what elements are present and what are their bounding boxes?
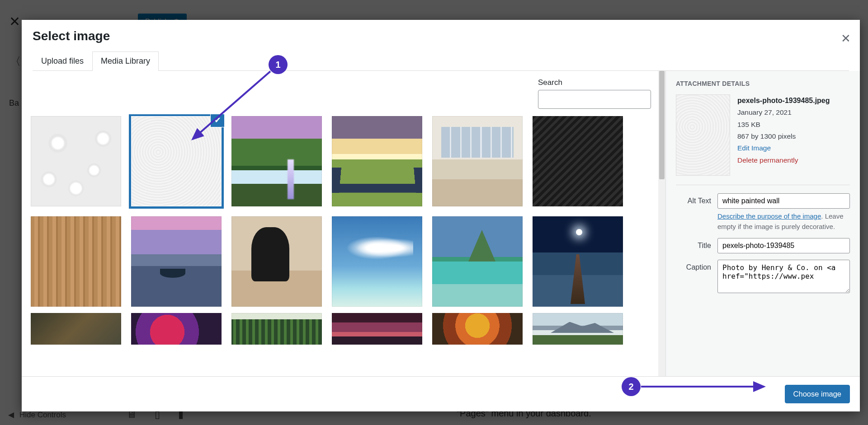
media-thumb[interactable] xyxy=(332,313,422,345)
divider xyxy=(676,185,850,185)
media-thumb-selected[interactable]: ✔ xyxy=(131,116,222,206)
attachment-date: January 27, 2021 xyxy=(737,107,830,118)
alt-help-link[interactable]: Describe the purpose of the image xyxy=(717,212,821,220)
choose-image-button[interactable]: Choose image xyxy=(785,385,850,403)
attachment-dimensions: 867 by 1300 pixels xyxy=(737,131,830,142)
sidebar-heading: ATTACHMENT DETAILS xyxy=(676,80,850,87)
media-thumb[interactable] xyxy=(332,216,422,307)
media-thumb[interactable] xyxy=(533,313,623,345)
scrollbar[interactable] xyxy=(658,71,665,376)
media-thumb[interactable] xyxy=(432,216,523,307)
search-input[interactable] xyxy=(538,90,651,109)
modal-footer: Choose image xyxy=(22,376,860,411)
modal-title: Select image xyxy=(33,29,849,43)
close-icon[interactable]: ✕ xyxy=(841,32,851,46)
tabs: Upload files Media Library xyxy=(33,51,849,71)
attachment-filename: pexels-photo-1939485.jpeg xyxy=(737,94,830,107)
modal-header: Select image ✕ Upload files Media Librar… xyxy=(22,20,860,71)
attachment-size: 135 KB xyxy=(737,119,830,131)
media-thumb[interactable] xyxy=(31,313,121,345)
alt-text-help: Describe the purpose of the image. Leave… xyxy=(717,211,850,232)
media-modal: Select image ✕ Upload files Media Librar… xyxy=(22,20,860,411)
edit-image-link[interactable]: Edit Image xyxy=(737,142,830,154)
title-label: Title xyxy=(676,238,711,250)
attachment-sidebar: ATTACHMENT DETAILS pexels-photo-1939485.… xyxy=(665,71,860,376)
tab-upload-files[interactable]: Upload files xyxy=(33,51,92,70)
media-thumb[interactable] xyxy=(131,313,222,345)
media-thumb[interactable] xyxy=(131,216,222,307)
check-icon: ✔ xyxy=(211,114,224,127)
media-thumb[interactable] xyxy=(31,216,121,307)
media-thumb[interactable] xyxy=(332,116,422,206)
alt-text-input[interactable] xyxy=(717,193,850,209)
media-thumb[interactable] xyxy=(231,313,322,345)
media-area: Search ✔ xyxy=(22,71,665,376)
attachment-preview xyxy=(676,94,730,176)
title-input[interactable] xyxy=(717,238,850,253)
media-thumb[interactable] xyxy=(231,216,322,307)
media-thumb[interactable] xyxy=(31,116,121,206)
media-thumb[interactable] xyxy=(533,216,623,307)
media-thumb[interactable] xyxy=(432,313,523,345)
alt-text-label: Alt Text xyxy=(676,193,711,205)
media-thumb[interactable] xyxy=(432,116,523,206)
tab-media-library[interactable]: Media Library xyxy=(92,51,159,71)
caption-label: Caption xyxy=(676,260,711,271)
media-grid: ✔ xyxy=(29,114,658,311)
caption-textarea[interactable] xyxy=(717,260,850,293)
delete-permanently-link[interactable]: Delete permanently xyxy=(737,154,830,166)
scrollbar-thumb[interactable] xyxy=(659,71,665,179)
attachment-meta: pexels-photo-1939485.jpeg January 27, 20… xyxy=(737,94,830,176)
search-label: Search xyxy=(538,78,651,87)
modal-body: Search ✔ xyxy=(22,71,860,376)
media-thumb[interactable] xyxy=(231,116,322,206)
media-thumb[interactable] xyxy=(533,116,623,206)
